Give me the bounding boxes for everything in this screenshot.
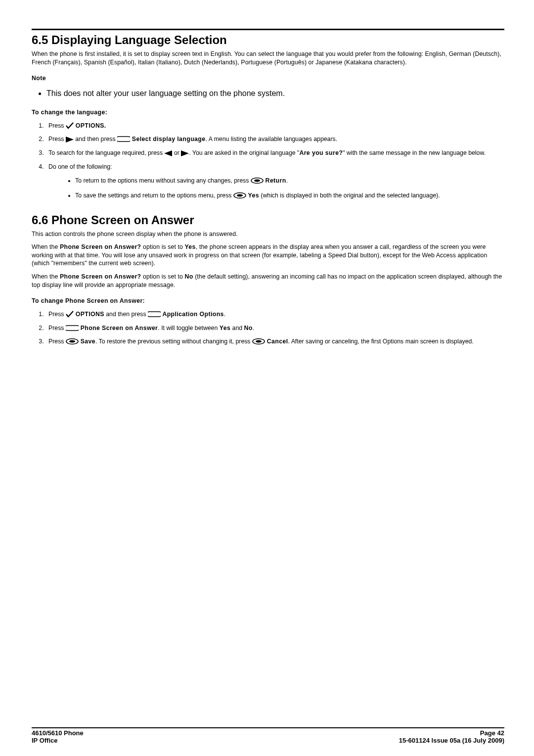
s2f: No xyxy=(244,325,252,331)
step-4: Do one of the following: To return to th… xyxy=(45,163,504,200)
s1d: Application Options xyxy=(161,311,224,318)
s2d: Yes xyxy=(220,325,230,331)
s2c: . It will toggle between xyxy=(158,325,219,331)
step3-c: Are you sure? xyxy=(299,149,343,156)
s1a: Press xyxy=(48,311,66,318)
footer-right-1: Page 42 xyxy=(480,729,504,737)
s4b2-a: To save the settings and return to the o… xyxy=(75,192,233,199)
step2-b: and then press xyxy=(74,136,117,142)
s3b: Save xyxy=(79,338,95,345)
softkey-open-icon xyxy=(66,325,79,331)
p2b: Phone Screen on Answer? xyxy=(60,243,141,250)
right-arrow-solid-icon xyxy=(181,150,189,156)
steps-6-6: Press OPTIONS and then press Application… xyxy=(32,310,504,346)
s2b: Phone Screen on Answer xyxy=(79,325,158,331)
softkey-filled-icon xyxy=(66,338,79,345)
step2-d: . A menu listing the available languages… xyxy=(205,136,337,142)
s3d: Cancel xyxy=(265,338,288,345)
svg-marker-1 xyxy=(164,150,172,156)
softkey-filled-icon xyxy=(251,177,264,184)
p1-6-6: This action controls the phone screen di… xyxy=(32,230,504,238)
svg-point-6 xyxy=(237,194,243,196)
softkey-filled-icon xyxy=(233,192,246,199)
svg-point-4 xyxy=(254,179,260,182)
s2e: and xyxy=(230,325,244,331)
step1-post: OPTIONS. xyxy=(74,122,106,129)
p2a: When the xyxy=(32,243,60,250)
s2a: Press xyxy=(48,325,66,331)
s3a: Press xyxy=(48,338,66,345)
step2-c: Select display language xyxy=(130,136,205,142)
step3-b: or xyxy=(172,149,181,156)
s1e: . xyxy=(224,311,225,318)
svg-point-10 xyxy=(256,340,262,343)
step1-pre: Press xyxy=(48,122,66,129)
svg-marker-0 xyxy=(66,137,74,142)
change-phone-screen-label: To change Phone Screen on Answer: xyxy=(32,297,145,304)
svg-point-8 xyxy=(69,340,75,343)
svg-marker-2 xyxy=(181,150,189,156)
top-rule xyxy=(32,29,504,30)
p2-6-6: When the Phone Screen on Answer? option … xyxy=(32,243,504,268)
s4b2-b: Yes xyxy=(246,192,259,199)
s1b: OPTIONS xyxy=(74,311,104,318)
s3e: . After saving or canceling, the first O… xyxy=(288,338,473,345)
note-bullets: This does not alter your user language s… xyxy=(32,88,504,99)
softkey-open-icon xyxy=(148,311,161,318)
s3c: . To restore the previous setting withou… xyxy=(95,338,252,345)
p3d: No xyxy=(184,273,193,280)
step-1: Press OPTIONS. xyxy=(45,122,504,131)
p2d: Yes xyxy=(184,243,195,250)
s4b1-a: To return to the options menu without sa… xyxy=(75,177,251,184)
s4b1-c: . xyxy=(286,177,288,184)
p3c: option is set to xyxy=(141,273,185,280)
step4-text: Do one of the following: xyxy=(48,163,112,170)
s1c: and then press xyxy=(104,311,148,318)
step4-bullet-1: To return to the options menu without sa… xyxy=(75,177,504,186)
s4b2-c: (which is displayed in both the original… xyxy=(259,192,440,199)
page-footer: 4610/5610 Phone Page 42 IP Office 15-601… xyxy=(32,727,504,744)
p3-6-6: When the Phone Screen on Answer? option … xyxy=(32,273,504,289)
p2c: option is set to xyxy=(141,243,185,250)
heading-6-6: 6.6 Phone Screen on Answer xyxy=(32,213,504,227)
step-3: To search for the language required, pre… xyxy=(45,149,504,158)
step4-bullets: To return to the options menu without sa… xyxy=(48,177,504,200)
softkey-open-icon xyxy=(117,136,130,142)
steps-6-5: Press OPTIONS. Press and then press Sele… xyxy=(32,122,504,200)
p3a: When the xyxy=(32,273,60,280)
s4b1-b: Return xyxy=(264,177,286,184)
step2-a: Press xyxy=(48,136,66,142)
s66-step-3: Press Save. To restore the previous sett… xyxy=(45,337,504,346)
footer-left-1: 4610/5610 Phone xyxy=(32,729,84,737)
softkey-filled-icon xyxy=(252,338,265,345)
left-arrow-solid-icon xyxy=(164,150,172,156)
s66-step-1: Press OPTIONS and then press Application… xyxy=(45,310,504,319)
check-icon xyxy=(66,122,74,129)
change-language-label: To change the language: xyxy=(32,109,107,116)
footer-left-2: IP Office xyxy=(32,737,58,744)
s2g: . xyxy=(253,325,254,331)
note-bullet-1: This does not alter your user language s… xyxy=(46,88,504,99)
step3-post: " with the same message in the new langu… xyxy=(343,149,486,156)
step3-pre: . You are asked in the original language… xyxy=(189,149,299,156)
footer-rule xyxy=(32,727,504,728)
step4-bullet-2: To save the settings and return to the o… xyxy=(75,191,504,200)
check-icon xyxy=(66,311,74,318)
s66-step-2: Press Phone Screen on Answer. It will to… xyxy=(45,324,504,333)
step3-a: To search for the language required, pre… xyxy=(48,149,164,156)
right-arrow-solid-icon xyxy=(66,137,74,142)
heading-6-5: 6.5 Displaying Language Selection xyxy=(32,33,504,47)
p3b: Phone Screen on Answer? xyxy=(60,273,141,280)
intro-6-5: When the phone is first installed, it is… xyxy=(32,50,504,66)
step-2: Press and then press Select display lang… xyxy=(45,135,504,144)
document-page: 6.5 Displaying Language Selection When t… xyxy=(0,0,534,756)
footer-right-2: 15-601124 Issue 05a (16 July 2009) xyxy=(399,737,504,744)
note-label: Note xyxy=(32,75,46,82)
note-bullet-1-text: This does not alter your user language s… xyxy=(46,89,285,97)
